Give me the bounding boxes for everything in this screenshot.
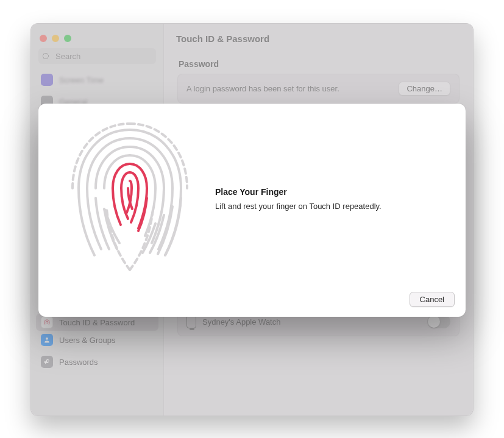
maximize-window-button[interactable] <box>64 35 71 42</box>
window-controls <box>31 30 163 48</box>
titlebar: Touch ID & Password <box>164 24 473 53</box>
sidebar-item-passwords[interactable]: Passwords <box>36 353 158 370</box>
watch-icon <box>186 315 196 328</box>
sheet-description: Lift and rest your finger on Touch ID re… <box>215 202 441 211</box>
apple-watch-device-name: Sydney's Apple Watch <box>202 317 280 327</box>
sidebar-item-label: Passwords <box>59 358 98 367</box>
apple-watch-toggle[interactable] <box>427 315 450 328</box>
page-title: Touch ID & Password <box>176 34 269 44</box>
password-panel: A login password has been set for this u… <box>177 74 460 104</box>
password-status-text: A login password has been set for this u… <box>186 84 339 93</box>
fingerprint-graphic <box>63 113 197 283</box>
search-box <box>38 48 156 64</box>
sidebar-item-users-groups[interactable]: Users & Groups <box>36 331 158 348</box>
fingerprint-icon <box>41 316 53 328</box>
sidebar-item-label: Touch ID & Password <box>59 318 135 327</box>
sidebar-item-label: Users & Groups <box>59 336 115 345</box>
change-password-button[interactable]: Change… <box>399 82 450 96</box>
cancel-button[interactable]: Cancel <box>410 292 455 307</box>
key-icon <box>41 356 53 368</box>
minimize-window-button[interactable] <box>52 35 59 42</box>
sheet-title: Place Your Finger <box>215 187 441 197</box>
sidebar-item-screen-time[interactable]: Screen Time <box>36 71 158 88</box>
search-input[interactable] <box>38 48 156 64</box>
touch-id-enroll-sheet: Place Your Finger Lift and rest your fin… <box>38 104 466 317</box>
password-heading: Password <box>179 59 460 69</box>
close-window-button[interactable] <box>40 35 47 42</box>
users-icon <box>41 334 53 346</box>
